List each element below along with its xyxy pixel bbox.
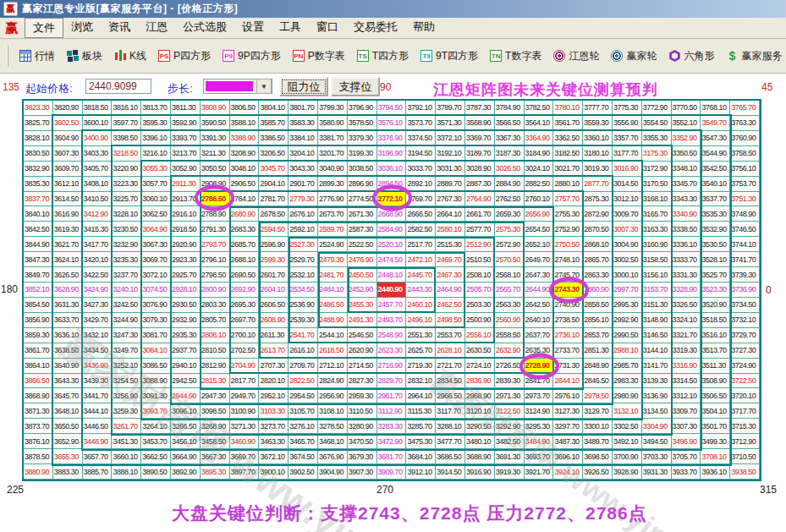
grid-cell[interactable]: 2908.90 <box>201 177 230 192</box>
grid-cell[interactable]: 2584.90 <box>377 222 407 237</box>
grid-cell[interactable]: 3578.50 <box>348 116 377 131</box>
grid-cell[interactable]: 3789.70 <box>436 101 465 116</box>
grid-cell[interactable]: 3050.50 <box>201 162 230 177</box>
grid-cell[interactable]: 2464.90 <box>436 282 465 298</box>
grid-cell[interactable]: 2472.10 <box>406 252 436 267</box>
grid-cell[interactable]: 2752.90 <box>553 222 583 237</box>
grid-cell[interactable]: 3710.50 <box>730 449 760 464</box>
grid-cell[interactable]: 2779.30 <box>289 192 318 207</box>
grid-cell[interactable]: 3566.50 <box>495 116 525 131</box>
grid-cell[interactable]: 3631.30 <box>53 298 83 313</box>
grid-cell[interactable]: 2644.90 <box>525 282 554 298</box>
grid-cell[interactable]: 3568.90 <box>465 116 495 131</box>
grid-cell[interactable]: 2707.30 <box>259 359 289 374</box>
grid-cell[interactable]: 3784.90 <box>495 101 525 116</box>
grid-cell[interactable]: 2820.10 <box>259 374 289 389</box>
grid-cell[interactable]: 3549.70 <box>701 116 730 131</box>
grid-cell[interactable]: 3309.70 <box>672 403 701 419</box>
grid-cell[interactable]: 3720.10 <box>730 388 760 403</box>
grid-cell[interactable]: 3465.70 <box>289 434 318 449</box>
grid-cell[interactable]: 3763.30 <box>730 116 760 131</box>
grid-cell[interactable]: 2522.50 <box>348 237 377 252</box>
grid-cell[interactable]: 3218.50 <box>112 146 141 162</box>
grid-cell[interactable]: 3758.50 <box>730 146 760 162</box>
grid-cell[interactable]: 2841.70 <box>525 374 554 389</box>
grid-cell[interactable]: 3031.30 <box>436 162 465 177</box>
grid-cell[interactable]: 2937.70 <box>171 343 201 359</box>
grid-cell[interactable]: 2880.10 <box>553 177 583 192</box>
grid-cell[interactable]: 2913.70 <box>171 192 201 207</box>
grid-cell[interactable]: 3345.70 <box>672 177 701 192</box>
grid-cell[interactable]: 3026.50 <box>495 162 525 177</box>
grid-cell[interactable]: 3580.90 <box>318 116 348 131</box>
grid-cell[interactable]: 2968.90 <box>465 388 495 403</box>
grid-cell[interactable]: 3703.30 <box>642 449 672 464</box>
grid-cell[interactable]: 3388.90 <box>230 131 260 146</box>
grid-cell[interactable]: 3933.70 <box>672 464 701 480</box>
grid-cell[interactable]: 2839.30 <box>495 374 525 389</box>
grid-cell[interactable]: 3213.70 <box>171 146 201 162</box>
grid-cell[interactable]: 3705.70 <box>672 449 701 464</box>
grid-cell[interactable]: 3648.10 <box>53 403 83 419</box>
grid-cell[interactable]: 3036.10 <box>377 162 407 177</box>
grid-cell[interactable]: 3460.90 <box>230 434 260 449</box>
grid-cell[interactable]: 3820.90 <box>53 101 83 116</box>
grid-cell[interactable]: 2971.30 <box>495 388 525 403</box>
grid-cell[interactable]: 2973.70 <box>525 388 554 403</box>
grid-cell[interactable]: 3528.10 <box>701 252 730 267</box>
grid-cell[interactable]: 3657.70 <box>83 449 113 464</box>
grid-cell[interactable]: 3712.90 <box>730 434 760 449</box>
grid-cell[interactable]: 2925.70 <box>171 267 201 282</box>
grid-cell[interactable]: 3729.70 <box>730 328 760 343</box>
grid-cell[interactable]: 3816.10 <box>112 101 141 116</box>
grid-cell[interactable]: 3316.90 <box>672 359 701 374</box>
grid-cell[interactable]: 2649.70 <box>525 252 554 267</box>
grid-cell[interactable]: 3403.30 <box>83 146 113 162</box>
grid-cell[interactable]: 3254.50 <box>112 374 141 389</box>
grid-cell[interactable]: 3244.90 <box>112 313 141 328</box>
grid-cell[interactable]: 2983.30 <box>613 374 642 389</box>
grid-cell[interactable]: 3381.70 <box>318 131 348 146</box>
grid-cell[interactable]: 2803.30 <box>201 298 230 313</box>
grid-cell[interactable]: 3033.70 <box>406 162 436 177</box>
grid-cell[interactable]: 2808.10 <box>201 328 230 343</box>
grid-cell[interactable]: 2906.50 <box>230 177 260 192</box>
grid-cell[interactable]: 2666.50 <box>406 206 436 222</box>
menu-item[interactable]: 设置 <box>234 18 272 38</box>
grid-cell[interactable]: 3626.50 <box>53 267 83 282</box>
toolbar-item-t-square[interactable]: TST四方形 <box>351 47 415 66</box>
grid-cell[interactable]: 2450.50 <box>348 267 377 282</box>
grid-cell[interactable]: 3052.90 <box>171 162 201 177</box>
grid-cell[interactable]: 3268.90 <box>201 419 230 434</box>
menu-item[interactable]: 浏览 <box>63 18 101 38</box>
grid-cell[interactable]: 2452.90 <box>348 282 377 298</box>
grid-cell[interactable]: 3237.70 <box>112 267 141 282</box>
grid-cell[interactable]: 3537.70 <box>701 192 730 207</box>
grid-cell[interactable]: 3787.30 <box>465 101 495 116</box>
grid-cell[interactable]: 3861.70 <box>24 343 53 359</box>
grid-cell[interactable]: 2829.70 <box>377 374 407 389</box>
grid-cell[interactable]: 2613.70 <box>259 343 289 359</box>
grid-cell[interactable]: 3597.70 <box>112 116 141 131</box>
grid-cell[interactable]: 3660.10 <box>112 449 141 464</box>
grid-cell[interactable]: 2512.90 <box>465 237 495 252</box>
grid-cell[interactable]: 3650.50 <box>53 419 83 434</box>
grid-cell[interactable]: 3739.30 <box>730 267 760 282</box>
menu-item[interactable]: 公式选股 <box>175 18 234 38</box>
grid-cell[interactable]: 2558.50 <box>495 328 525 343</box>
grid-cell[interactable]: 2664.10 <box>436 206 465 222</box>
grid-cell[interactable]: 3273.70 <box>259 419 289 434</box>
grid-cell[interactable]: 2503.30 <box>465 298 495 313</box>
grid-cell[interactable]: 3165.70 <box>642 206 672 222</box>
grid-cell[interactable]: 3746.50 <box>730 222 760 237</box>
step-color-dropdown[interactable]: ▼ <box>203 79 272 94</box>
grid-cell[interactable]: 3916.90 <box>465 464 495 480</box>
grid-cell[interactable]: 3892.90 <box>171 464 201 480</box>
grid-cell[interactable]: 3463.30 <box>259 434 289 449</box>
grid-cell[interactable]: 2992.90 <box>613 313 642 328</box>
grid-cell[interactable]: 2594.50 <box>259 222 289 237</box>
grid-cell[interactable]: 2640.10 <box>525 313 554 328</box>
grid-cell[interactable]: 3040.90 <box>318 162 348 177</box>
grid-cell[interactable]: 3168.10 <box>642 192 672 207</box>
grid-cell[interactable]: 3806.50 <box>230 101 260 116</box>
